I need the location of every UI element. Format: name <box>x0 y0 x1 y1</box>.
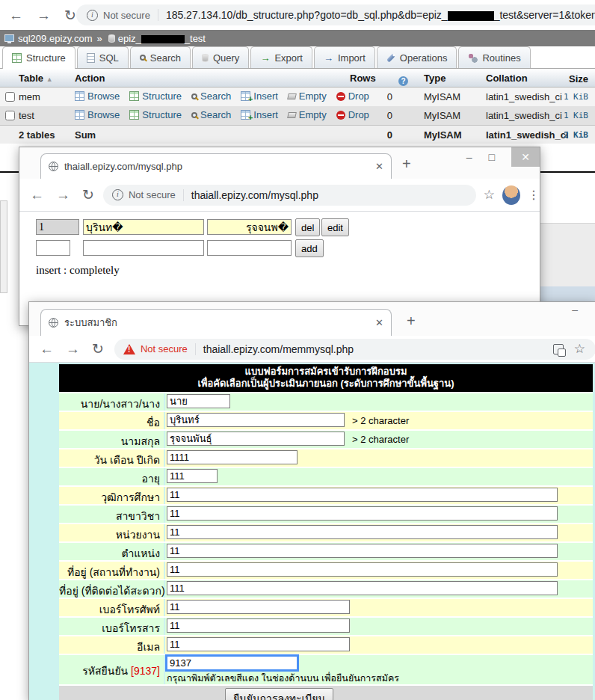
reload-icon[interactable]: ↻ <box>92 342 104 356</box>
close-tab-icon[interactable]: ✕ <box>375 161 383 172</box>
new-surname-field[interactable] <box>207 240 292 256</box>
tab-mysql-page[interactable]: thaiall.epizy.com/mysql.php ✕ <box>40 153 392 179</box>
phone-field[interactable] <box>167 600 350 614</box>
tab-query[interactable]: Query <box>192 46 249 68</box>
record-surname-field[interactable] <box>207 219 292 235</box>
drop-link[interactable]: Drop <box>336 109 369 120</box>
form-row-email: อีเมล <box>59 636 593 655</box>
field-label: หน่วยงาน <box>59 524 164 541</box>
forward-icon[interactable]: → <box>66 342 80 356</box>
tab-structure[interactable]: Structure <box>2 46 75 69</box>
delete-button[interactable]: del <box>295 218 320 236</box>
table-size[interactable]: 1 KiB <box>549 111 588 120</box>
translate-icon[interactable] <box>553 344 564 354</box>
structure-link[interactable]: Structure <box>129 109 182 120</box>
tab-member-system[interactable]: ระบบสมาชิก ✕ <box>40 309 392 336</box>
major-field[interactable] <box>167 506 558 521</box>
table-size[interactable]: 1 KiB <box>549 92 588 102</box>
fax-field[interactable] <box>167 618 350 633</box>
row-count: 0 <box>370 91 392 102</box>
insert-link[interactable]: Insert <box>241 109 278 120</box>
drop-link[interactable]: Drop <box>336 90 369 102</box>
position-field[interactable] <box>167 544 558 558</box>
profile-avatar[interactable] <box>502 185 520 205</box>
help-icon[interactable]: ? <box>398 73 408 86</box>
new-name-field[interactable] <box>83 240 204 256</box>
record-id-field[interactable] <box>36 219 79 235</box>
captcha-code: [9137] <box>131 665 160 677</box>
new-tab-button[interactable]: + <box>402 156 411 173</box>
field-label: สาขาวิชา <box>59 506 164 523</box>
menu-dots-icon[interactable]: ⋮ <box>528 188 540 202</box>
address-bar[interactable]: i Not secure thaiall.epizy.com/mysql.php <box>103 185 476 206</box>
bookmark-star-icon[interactable]: ☆ <box>574 341 585 357</box>
table-name[interactable]: mem <box>19 91 40 102</box>
browse-icon <box>75 91 84 101</box>
work-address-field[interactable] <box>167 562 558 577</box>
breadcrumb-db[interactable]: epiz__test <box>118 33 206 44</box>
tab-export[interactable]: →Export <box>250 46 312 68</box>
back-icon[interactable]: ← <box>40 342 54 356</box>
organization-field[interactable] <box>167 525 558 539</box>
breadcrumb-server[interactable]: sql209.epizy.com <box>18 33 92 44</box>
tab-operations[interactable]: Operations <box>377 46 457 68</box>
warning-icon[interactable] <box>123 344 135 354</box>
email-field[interactable] <box>167 637 350 651</box>
minimize-button[interactable]: – <box>466 151 472 163</box>
search-link[interactable]: Search <box>191 90 231 102</box>
prefix-field[interactable] <box>167 394 230 408</box>
tab-search[interactable]: Search <box>130 46 191 68</box>
firstname-field[interactable] <box>167 413 345 427</box>
table-name[interactable]: test <box>19 110 34 121</box>
maximize-button[interactable]: □ <box>489 151 495 163</box>
empty-link[interactable]: Empty <box>288 90 327 102</box>
sort-asc-icon: ▲ <box>46 76 53 83</box>
back-icon[interactable]: ← <box>30 188 44 202</box>
browse-link[interactable]: Browse <box>75 90 120 102</box>
contact-address-field[interactable] <box>167 581 558 595</box>
forward-icon[interactable]: → <box>56 188 70 202</box>
reload-icon[interactable]: ↻ <box>64 8 76 22</box>
new-tab-button[interactable]: + <box>407 313 416 330</box>
close-tab-icon[interactable]: ✕ <box>375 317 383 328</box>
edit-button[interactable]: edit <box>321 218 349 236</box>
minimize-button[interactable]: – <box>572 304 578 316</box>
form-row-firstname: ชื่อ > 2 character <box>59 412 593 431</box>
close-window-button[interactable]: ✕ <box>511 147 540 167</box>
browse-link[interactable]: Browse <box>75 109 120 120</box>
tab-routines[interactable]: Routines <box>458 46 530 68</box>
tab-import[interactable]: →Import <box>314 46 375 68</box>
record-name-field[interactable] <box>83 219 204 235</box>
background-panel-blue <box>540 286 595 301</box>
search-link[interactable]: Search <box>191 109 231 120</box>
insert-link[interactable]: Insert <box>241 90 278 102</box>
birthdate-field[interactable] <box>167 450 298 464</box>
education-field[interactable] <box>167 488 558 502</box>
address-bar[interactable]: i Not secure 185.27.134.10/db_structure.… <box>76 4 595 25</box>
lastname-field[interactable] <box>167 432 345 446</box>
new-id-field[interactable] <box>36 240 70 256</box>
globe-icon <box>49 162 58 171</box>
structure-link[interactable]: Structure <box>129 90 182 102</box>
reload-icon[interactable]: ↻ <box>82 188 94 202</box>
empty-link[interactable]: Empty <box>288 109 327 120</box>
submit-registration-button[interactable]: ยืนยันการลงทะเบียน <box>225 688 333 700</box>
routines-icon <box>468 53 478 63</box>
row-checkbox[interactable] <box>5 111 15 120</box>
row-checkbox[interactable] <box>5 92 15 102</box>
not-secure-label: Not secure <box>141 343 188 354</box>
registration-form: แบบฟอร์มการสมัครเข้ารับการฝึกอบรม เพื่อค… <box>59 364 593 700</box>
bookmark-star-icon[interactable]: ☆ <box>484 187 495 203</box>
info-icon[interactable]: i <box>112 189 123 200</box>
forward-icon[interactable]: → <box>37 8 51 22</box>
tab-sql[interactable]: SQL <box>77 46 129 68</box>
age-field[interactable] <box>167 469 218 483</box>
info-icon[interactable]: i <box>87 10 98 21</box>
captcha-field[interactable] <box>167 656 298 670</box>
col-table[interactable]: Table ▲ <box>19 73 53 84</box>
add-button[interactable]: add <box>295 239 324 257</box>
page-content: แบบฟอร์มการสมัครเข้ารับการฝึกอบรม เพื่อค… <box>29 363 595 700</box>
address-bar[interactable]: Not secure thaiall.epizy.com/memmysql.ph… <box>114 339 595 360</box>
back-icon[interactable]: ← <box>9 8 23 22</box>
table-row-mem: mem Browse Structure Search Insert Empty… <box>0 88 595 106</box>
